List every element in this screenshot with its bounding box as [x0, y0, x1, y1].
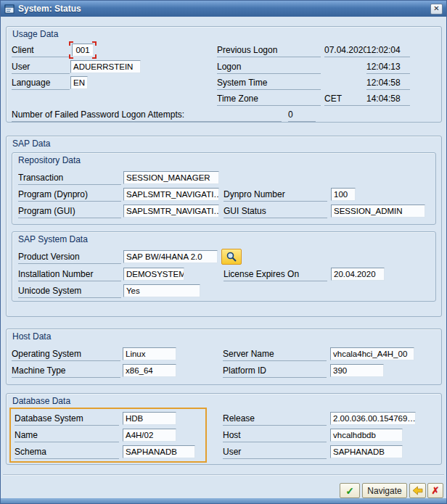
host-data-title: Host Data: [12, 331, 51, 342]
product-version-label: Product Version: [18, 252, 121, 264]
sap-system-data-title: SAP System Data: [18, 234, 88, 244]
schema-field[interactable]: SAPHANADB: [123, 445, 195, 458]
logon-time: 12:04:13: [366, 62, 410, 74]
host-data-group: Host Data Operating System Linux Server …: [6, 329, 442, 385]
previous-logon-label: Previous Logon: [217, 45, 321, 57]
failed-attempts-label: Number of Failed Password Logon Attempts…: [12, 110, 282, 122]
repository-data-group: Repository Data Transaction SESSION_MANA…: [12, 152, 436, 225]
system-status-dialog: System: Status ✕ Usage Data Client 001 U…: [0, 0, 447, 504]
magnifier-icon: [226, 251, 237, 263]
database-user-label: User: [223, 447, 327, 459]
release-field[interactable]: 2.00.036.00.154769…: [330, 412, 416, 425]
logon-label: Logon: [217, 62, 321, 74]
program-dynpro-field[interactable]: SAPLSMTR_NAVIGATI…: [123, 188, 219, 201]
installation-number-label: Installation Number: [18, 269, 121, 281]
unicode-system-label: Unicode System: [18, 286, 121, 298]
footer-separator: [3, 474, 444, 476]
program-gui-label: Program (GUI): [18, 206, 121, 218]
program-dynpro-label: Program (Dynpro): [18, 189, 121, 202]
check-icon: ✓: [345, 486, 354, 496]
server-name-label: Server Name: [223, 349, 327, 361]
dialog-icon: [4, 4, 15, 14]
release-label: Release: [223, 413, 327, 426]
license-expires-field[interactable]: 20.04.2020: [331, 268, 385, 281]
previous-logon-date: 07.04.2020: [324, 45, 366, 57]
platform-id-label: Platform ID: [223, 365, 327, 378]
user-field[interactable]: ADUERRSTEIN: [70, 60, 141, 73]
server-name-field[interactable]: vhcala4hci_A4H_00: [330, 347, 414, 360]
system-time-label: System Time: [217, 78, 321, 90]
close-button[interactable]: ✕: [430, 4, 443, 15]
usage-data-title: Usage Data: [12, 29, 58, 39]
exit-button[interactable]: [409, 483, 426, 498]
exit-arrow-icon: [412, 486, 423, 495]
database-name-label: Name: [15, 430, 119, 442]
dynpro-number-label: Dynpro Number: [224, 189, 327, 202]
program-gui-field[interactable]: SAPLSMTR_NAVIGATI…: [123, 205, 219, 218]
database-host-field[interactable]: vhcalhdbdb: [330, 429, 403, 442]
language-field[interactable]: EN: [70, 76, 88, 89]
gui-status-label: GUI Status: [224, 206, 327, 218]
client-label: Client: [12, 45, 70, 57]
database-user-field[interactable]: SAPHANADB: [330, 445, 403, 458]
product-version-field[interactable]: SAP BW/4HANA 2.0: [123, 250, 218, 263]
time-zone-time: 14:04:58: [366, 94, 410, 106]
time-zone-label: Time Zone: [217, 94, 321, 106]
language-label: Language: [12, 78, 70, 90]
database-system-label: Database System: [15, 413, 119, 426]
cancel-button[interactable]: ✗: [427, 483, 443, 498]
platform-id-field[interactable]: 390: [330, 364, 384, 377]
database-data-title: Database Data: [12, 396, 70, 406]
schema-label: Schema: [15, 447, 119, 459]
user-label: User: [12, 62, 70, 74]
machine-type-label: Machine Type: [12, 365, 120, 378]
title-bar: System: Status ✕: [1, 1, 446, 17]
continue-button[interactable]: ✓: [340, 483, 360, 498]
installation-number-field[interactable]: DEMOSYSTEM: [123, 268, 184, 281]
sap-system-data-group: SAP System Data Product Version SAP BW/4…: [12, 231, 436, 302]
database-system-field[interactable]: HDB: [123, 412, 176, 425]
gui-status-field[interactable]: SESSION_ADMIN: [331, 205, 425, 218]
machine-type-field[interactable]: x86_64: [123, 364, 176, 377]
window-title: System: Status: [18, 4, 81, 14]
previous-logon-time: 12:02:04: [366, 45, 410, 57]
navigate-button[interactable]: Navigate: [362, 483, 407, 498]
failed-attempts-value: 0: [288, 110, 316, 122]
license-expires-label: License Expires On: [224, 269, 327, 281]
product-version-details-button[interactable]: [221, 249, 242, 265]
transaction-label: Transaction: [18, 173, 121, 185]
unicode-system-field[interactable]: Yes: [123, 284, 200, 297]
time-zone-value: CET: [324, 94, 366, 106]
database-name-field[interactable]: A4H/02: [123, 429, 176, 442]
usage-data-group: Usage Data Client 001 User ADUERRSTEIN L…: [6, 26, 442, 123]
dynpro-number-field[interactable]: 100: [331, 188, 356, 201]
navigate-button-label: Navigate: [367, 486, 401, 496]
operating-system-field[interactable]: Linux: [123, 347, 176, 360]
cancel-x-icon: ✗: [432, 486, 440, 495]
sap-data-group: SAP Data Repository Data Transaction SES…: [6, 136, 442, 317]
sap-data-title: SAP Data: [12, 139, 50, 149]
transaction-field[interactable]: SESSION_MANAGER: [123, 171, 219, 184]
database-host-label: Host: [223, 430, 327, 442]
client-field[interactable]: 001: [72, 44, 94, 57]
repository-data-title: Repository Data: [18, 155, 81, 165]
database-data-group: Database Data Database System HDB Releas…: [6, 393, 442, 465]
operating-system-label: Operating System: [12, 349, 120, 361]
window-bottom-frame: [1, 498, 446, 503]
system-time-value: 12:04:58: [366, 78, 410, 90]
